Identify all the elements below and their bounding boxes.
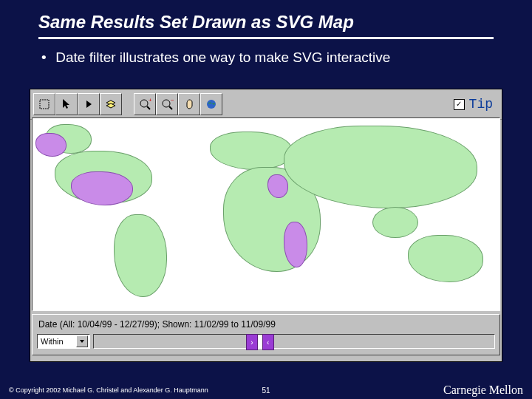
tip-label: Tip <box>469 97 493 112</box>
svg-point-4 <box>163 100 170 107</box>
full-extent-button[interactable] <box>200 93 222 115</box>
copyright-text: © Copyright 2002 Michael G. Christel and… <box>9 386 208 394</box>
bullet-dot: • <box>41 50 52 66</box>
land-alaska-selected <box>35 133 66 157</box>
layers-button[interactable] <box>100 93 122 115</box>
date-filter-label: Date (All: 10/04/99 - 12/27/99); Shown: … <box>37 318 495 334</box>
svg-line-5 <box>169 106 172 109</box>
land-europe <box>210 132 293 170</box>
tip-checkbox-icon: ✓ <box>454 99 465 110</box>
slide-footer: © Copyright 2002 Michael G. Christel and… <box>0 381 532 399</box>
date-range-track[interactable]: › ‹ <box>93 334 495 349</box>
zoom-in-button[interactable]: + <box>134 93 156 115</box>
play-button[interactable] <box>78 93 100 115</box>
bullet-line: • Date filter illustrates one way to mak… <box>0 39 532 73</box>
pan-button[interactable] <box>178 93 200 115</box>
zoom-out-button[interactable]: − <box>156 93 178 115</box>
date-mode-dropdown[interactable]: Within <box>37 334 90 349</box>
land-egypt-selected <box>267 174 288 198</box>
svg-text:−: − <box>171 98 174 103</box>
track-inactive-right <box>270 335 494 348</box>
range-end-thumb[interactable]: ‹ <box>262 334 274 350</box>
map-canvas[interactable] <box>32 117 500 311</box>
slide-title: Same Results Set Drawn as SVG Map <box>0 0 532 35</box>
toolbar: + − ✓ Tip <box>30 89 502 120</box>
svg-text:+: + <box>149 98 151 103</box>
land-south-america <box>114 214 167 297</box>
date-mode-value: Within <box>41 337 64 346</box>
land-australia <box>408 235 483 282</box>
tip-toggle[interactable]: ✓ Tip <box>454 97 499 112</box>
svg-map-app: + − ✓ Tip Date <box>30 89 502 362</box>
svg-line-2 <box>147 106 150 109</box>
svg-rect-0 <box>40 100 49 109</box>
track-inactive-left <box>94 335 246 348</box>
range-start-thumb[interactable]: › <box>246 334 258 350</box>
land-usa-selected <box>71 171 133 205</box>
pointer-button[interactable] <box>55 93 78 115</box>
land-east-africa-selected <box>284 222 307 267</box>
bullet-text: Date filter illustrates one way to make … <box>55 50 390 65</box>
svg-point-1 <box>140 100 148 107</box>
page-number: 51 <box>262 386 270 395</box>
select-box-button[interactable] <box>33 93 55 115</box>
org-name: Carnegie Mellon <box>443 383 523 397</box>
date-slider-row: Within › ‹ <box>37 334 495 349</box>
chevron-down-icon <box>76 335 88 347</box>
land-se-asia <box>372 207 418 238</box>
date-filter-panel: Date (All: 10/04/99 - 12/27/99); Shown: … <box>32 314 500 355</box>
